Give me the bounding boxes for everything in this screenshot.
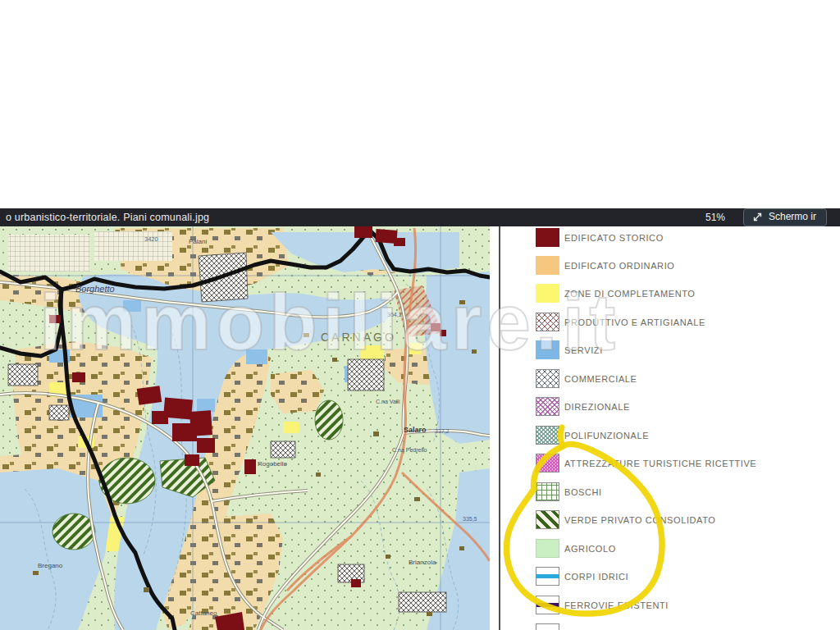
legend-swatch-produttivo (536, 313, 559, 331)
map-label-cna-pedrello: C.na Pedrello (392, 447, 427, 453)
legend-label-ferrovie: FERROVIE ESISTENTI (564, 600, 669, 610)
map-spot-height-2: 354,1 (387, 312, 402, 317)
legend-label-zone-completamento: ZONE DI COMPLETAMENTO (564, 289, 695, 299)
zoom-level-label: 51% (705, 212, 725, 223)
top-whitespace (0, 0, 840, 208)
legend-swatch-servizi (536, 340, 559, 359)
legend-row-polifunzionale: POLIFUNZIONALE (536, 426, 649, 445)
map-label-borghetto: Borghetto (75, 284, 115, 294)
legend-row-direzionale: DIREZIONALE (536, 397, 630, 416)
legend-row-verde-privato: VERDE PRIVATO CONSOLIDATO (536, 510, 716, 529)
fullscreen-button-label: Schermo ir (769, 211, 816, 223)
legend-row-attrezzature: ATTREZZATURE TURISTICHE RICETTIVE (536, 454, 756, 472)
legend-label-produttivo: PRODUTTIVO E ARTIGIANALE (564, 317, 705, 327)
legend-label-edificato-storico: EDIFICATO STORICO (564, 233, 664, 243)
legend-swatch-edificato-storico (536, 228, 559, 247)
legend-row-servizi: SERVIZI (536, 340, 603, 359)
legend-label-attrezzature: ATTREZZATURE TURISTICHE RICETTIVE (564, 459, 756, 468)
legend-label-edificato-ordinario: EDIFICATO ORDINARIO (564, 261, 674, 271)
legend-label-direzionale: DIREZIONALE (564, 402, 630, 412)
screen: o urbanistico-territoriale. Piani comuna… (0, 0, 840, 630)
map-label-cattaneo: Cattaneo (190, 609, 217, 617)
panel-divider (499, 226, 500, 630)
map-label-salaro: Salaro (404, 426, 427, 434)
legend-swatch-direzionale (536, 397, 559, 416)
legend-label-verde-privato: VERDE PRIVATO CONSOLIDATO (564, 515, 716, 525)
legend-swatch-zone-completamento (536, 284, 559, 303)
legend-row-ferrovie: FERROVIE ESISTENTI (536, 596, 669, 614)
legend-swatch-verde-privato (536, 510, 559, 529)
legend-swatch-corpi-idrici (536, 567, 559, 586)
legend-row-commerciale: COMMERCIALE (536, 369, 637, 388)
map-spot-height-1: 3420 (144, 235, 158, 243)
legend-label-agricolo: AGRICOLO (564, 544, 616, 554)
legend-swatch-attrezzature (536, 454, 559, 472)
map-label-carnago: CARNAGO (321, 331, 396, 344)
legend-swatch-polifunzionale (536, 426, 559, 445)
legend-row-cutoff (536, 623, 564, 630)
map-image[interactable]: Borghetto CARNAGO Palani Salaro Brianzol… (0, 226, 490, 630)
map-label-cna-valli: C.na Valli (376, 399, 400, 404)
expand-arrows-icon (752, 212, 763, 222)
legend-row-edificato-storico: EDIFICATO STORICO (536, 228, 664, 247)
legend-swatch-edificato-ordinario (536, 256, 559, 275)
map-label-palani: Palani (189, 238, 207, 245)
viewer-toolbar: o urbanistico-territoriale. Piani comuna… (0, 208, 840, 226)
legend-label-corpi-idrici: CORPI IDRICI (564, 572, 628, 582)
legend-swatch-commerciale (536, 369, 559, 388)
map-label-brianzola: Brianzola (409, 559, 436, 566)
legend-swatch-agricolo (536, 539, 559, 558)
map-label-rogobello: Rogobello (258, 460, 288, 468)
legend-label-polifunzionale: POLIFUNZIONALE (564, 431, 649, 441)
map-canvas: Borghetto CARNAGO Palani Salaro Brianzol… (0, 226, 490, 630)
legend-swatch-cutoff (536, 623, 559, 630)
file-title: o urbanistico-territoriale. Piani comuna… (6, 212, 209, 223)
legend-label-servizi: SERVIZI (564, 345, 603, 355)
map-spot-height-4: 335,5 (463, 516, 477, 522)
legend-row-edificato-ordinario: EDIFICATO ORDINARIO (536, 256, 674, 275)
legend-row-zone-completamento: ZONE DI COMPLETAMENTO (536, 284, 695, 303)
map-spot-height-3: 337,2 (435, 428, 450, 434)
legend-row-produttivo: PRODUTTIVO E ARTIGIANALE (536, 313, 705, 331)
legend-row-agricolo: AGRICOLO (536, 539, 616, 558)
legend-label-boschi: BOSCHI (564, 487, 602, 497)
fullscreen-button[interactable]: Schermo ir (743, 208, 827, 226)
legend-swatch-ferrovie (536, 596, 559, 614)
legend-row-corpi-idrici: CORPI IDRICI (536, 567, 628, 586)
legend-label-commerciale: COMMERCIALE (564, 374, 637, 384)
map-label-bregano: Bregano (38, 562, 63, 569)
legend-swatch-boschi (536, 482, 559, 501)
viewer-content: Borghetto CARNAGO Palani Salaro Brianzol… (0, 226, 840, 630)
legend-row-boschi: BOSCHI (536, 482, 602, 501)
